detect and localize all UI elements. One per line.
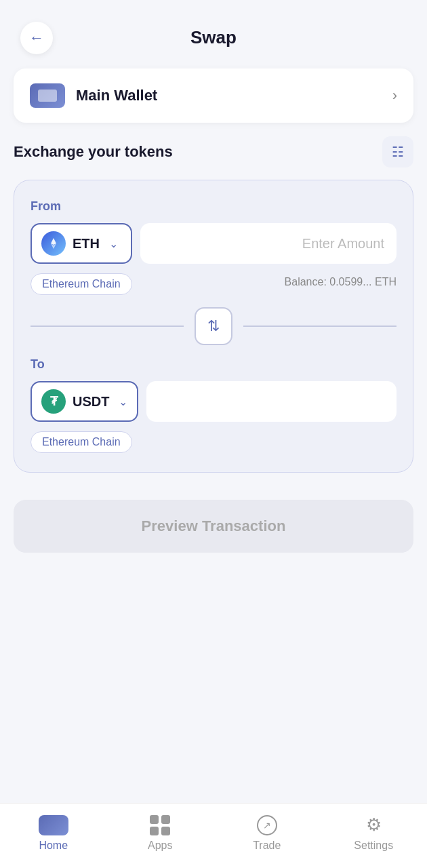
apps-icon — [150, 815, 170, 835]
trade-icon: ↗ — [257, 815, 277, 835]
amount-input[interactable] — [140, 223, 396, 264]
section-header: Exchange your tokens ☷ — [14, 136, 413, 167]
preview-transaction-button[interactable]: Preview Transaction — [14, 500, 413, 553]
swap-direction-button[interactable]: ⇅ — [195, 307, 232, 345]
back-arrow-icon: ← — [29, 29, 44, 47]
from-section: From ETH ⌄ Ethereum Chain Balance: 0.059… — [30, 199, 396, 295]
page-title: Swap — [190, 27, 237, 48]
to-token-symbol: USDT — [73, 394, 109, 410]
to-section: To ₮ USDT ⌄ Ethereum Chain — [30, 357, 396, 453]
to-token-chevron-icon: ⌄ — [119, 395, 127, 408]
wallet-arrow-icon: › — [392, 87, 397, 104]
home-icon — [39, 815, 68, 835]
to-chain-badge: Ethereum Chain — [30, 431, 132, 453]
settings-icon: ⚙ — [366, 814, 382, 835]
from-token-row: ETH ⌄ — [30, 223, 396, 264]
to-footer: Ethereum Chain — [30, 431, 396, 453]
from-token-selector[interactable]: ETH ⌄ — [30, 223, 132, 264]
eth-icon — [41, 231, 66, 256]
from-token-chevron-icon: ⌄ — [109, 237, 118, 250]
divider-line-left — [30, 326, 184, 327]
nav-apps-label: Apps — [148, 840, 172, 852]
from-chain-badge: Ethereum Chain — [30, 273, 132, 295]
to-token-selector[interactable]: ₮ USDT ⌄ — [30, 381, 138, 422]
wallet-left: Main Wallet — [30, 83, 157, 108]
swap-divider: ⇅ — [30, 307, 396, 345]
from-token-symbol: ETH — [73, 236, 100, 252]
nav-apps[interactable]: Apps — [107, 815, 214, 852]
to-token-row: ₮ USDT ⌄ — [30, 381, 396, 422]
from-footer: Ethereum Chain Balance: 0.0599... ETH — [30, 273, 396, 295]
nav-trade[interactable]: ↗ Trade — [214, 815, 321, 852]
to-amount-input[interactable] — [146, 381, 396, 422]
exchange-label: Exchange your tokens — [14, 143, 173, 161]
nav-home-label: Home — [39, 840, 68, 852]
header: ← Swap — [0, 0, 427, 62]
divider-line-right — [243, 326, 396, 327]
from-label: From — [30, 199, 396, 214]
nav-home[interactable]: Home — [0, 815, 107, 852]
filter-icon: ☷ — [392, 144, 404, 160]
nav-settings[interactable]: ⚙ Settings — [321, 814, 428, 852]
bottom-nav: Home Apps ↗ Trade ⚙ Settings — [0, 803, 427, 868]
to-label: To — [30, 357, 396, 372]
swap-card: From ETH ⌄ Ethereum Chain Balance: 0.059… — [14, 180, 413, 473]
usdt-icon: ₮ — [41, 389, 66, 414]
nav-settings-label: Settings — [354, 840, 393, 852]
svg-marker-1 — [51, 238, 56, 245]
wallet-card[interactable]: Main Wallet › — [14, 68, 413, 123]
wallet-name: Main Wallet — [76, 87, 157, 104]
wallet-icon — [30, 83, 65, 108]
back-button[interactable]: ← — [20, 22, 53, 54]
from-balance: Balance: 0.0599... ETH — [285, 276, 396, 288]
filter-button[interactable]: ☷ — [382, 136, 413, 167]
nav-trade-label: Trade — [253, 840, 281, 852]
swap-arrows-icon: ⇅ — [207, 317, 220, 335]
